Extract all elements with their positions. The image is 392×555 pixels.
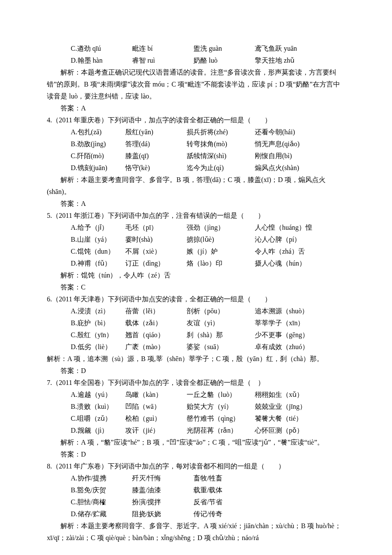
options-group: A.给予（jǐ） 毛坯（pī） 强劲（jìng） 人心惶（huáng）惶 B.山… [47,222,345,269]
option-row: A.协作/提携 歼灭/忏悔 畜牧/牲畜 [71,472,345,484]
option-col-b: 霎时(shà) [125,234,187,246]
option-col-b: 凹陷（wā） [125,401,187,413]
option-c: C.阡陌(mò) [71,150,125,162]
question-4-lead: 4.（2011 年重庆卷）下列词语中，加点字的读音全都正确的一组是（ ） [47,114,345,126]
option-b: B.豁免/庆贺 [71,484,132,496]
option-col-c: 一丘之貉（luò） [187,389,255,401]
option-c: C.胆怯/商榷 [71,496,132,508]
option-row: D.低劣（liè） 广袤（mào） 婆娑（suā） 卓有成效（zhuó） [71,341,345,353]
option-col-c: 强劲（jìng） [187,222,255,234]
option-row: C.阡陌(mò) 膝盖(qī) 舐犊情深(shì) 刚愎自用(bì) [71,150,345,162]
option-col-b: 订正（dìng） [125,257,187,269]
option-col-b: 膝盖(qī) [125,150,187,162]
option-c: C.咀嚼（zǔ） [71,413,125,425]
option-col-d: 追本溯源（shuò） [255,305,308,317]
option-col-b: 鸟瞰（kàn） [125,389,187,401]
option-row: A.浸渍（zì） 蓓蕾（lěi） 剖析（pōu） 追本溯源（shuò） [71,305,345,317]
option-col-d: 心怀叵测（pǒ） [255,425,303,436]
option-row: D.觊觎（jì） 攻讦（jié） 光阴荏苒（rǎn） 心怀叵测（pǒ） [71,425,345,436]
option-row: B.溃败（kuì） 凹陷（wā） 贻笑大方（yí） 兢兢业业（jīng） [71,401,345,413]
option-c: C.遒劲 qīú [71,43,132,55]
option-col-c: 舐犊情深(shì) [187,150,255,162]
options-group: C.遒劲 qīú 毗连 bí 盥洗 guàn 鸢飞鱼跃 yuān D.翰墨 hà… [47,43,345,66]
option-row: B.豁免/庆贺 膝盖/油漆 载重/载体 [71,484,345,496]
option-d: D.储存/贮藏 [71,508,132,520]
option-col-b: 毛坯（pī） [125,222,187,234]
option-col-d: 栩栩如生（xǔ） [255,389,303,401]
option-col-d: 刚愎自用(bì) [255,150,292,162]
answer: 答案：A [47,102,345,114]
option-col-d: 饕餮大餐（tié） [255,413,303,425]
answer: 答案：A [47,198,345,210]
option-col-d: 兢兢业业（jīng） [255,401,306,413]
option-col-c: 迄今为止(qì) [187,162,255,174]
option-c: C.馄饨（dun） [71,246,125,257]
option-row: D.神甫（fǔ） 订正（dìng） 烙（lào）印 摄人心魂（hún） [71,257,345,269]
option-row: B.庇护（bì） 载体（zǎi） 友谊（yì） 莘莘学子（xīn） [71,317,345,329]
explanation: 解析：本题主要考查同音字、多音字。B 项，答理(dā)；C 项，膝盖(xī)；D… [47,174,345,198]
option-col-c: 传记/传奇 [193,508,222,520]
option-col-c: 奶酪 luò [193,55,255,66]
option-row: B.山崖（yá） 霎时(shà) 掳掠(lǔè) 沁人心脾（pí） [71,234,345,246]
option-b: B.庇护（bì） [71,317,125,329]
option-col-d: 摄人心魂（hún） [255,257,306,269]
option-col-c: 反省/节省 [193,496,222,508]
option-col-d: 少不更事（gēng） [255,329,309,341]
option-a: A.浸渍（zì） [71,305,125,317]
option-b: B.溃败（kuì） [71,401,125,413]
option-col-c: 婆娑（suā） [187,341,255,353]
option-row: A.逾越（yú） 鸟瞰（kàn） 一丘之貉（luò） 栩栩如生（xǔ） [71,389,345,401]
option-col-b: 毗连 bí [132,43,193,55]
option-row: D.翰墨 hàn 睿智 ruì 奶酪 luò 擎天拄地 zhǔ [71,55,345,66]
option-col-c: 刹（shà）那 [187,329,255,341]
option-a: A.逾越（yú） [71,389,125,401]
answer: 答案：C [47,281,345,293]
options-group: A.浸渍（zì） 蓓蕾（lěi） 剖析（pōu） 追本溯源（shuò） B.庇护… [47,305,345,353]
option-col-b: 歼灭/忏悔 [132,472,193,484]
option-col-c: 烙（lào）印 [187,257,255,269]
option-row: C.遒劲 qīú 毗连 bí 盥洗 guàn 鸢飞鱼跃 yuān [71,43,345,55]
option-col-d: 还看今朝(hái) [255,126,295,138]
option-row: D.储存/贮藏 阻挠/妖娆 传记/传奇 [71,508,345,520]
option-col-c: 嫉（jí）妒 [187,246,255,257]
option-d: D.觊觎（jì） [71,425,125,436]
option-col-d: 令人咋（zhá）舌 [255,246,305,257]
option-row: A.包扎(zā) 殷红(yān) 损兵折将(zhé) 还看今朝(hái) [71,126,345,138]
option-row: C.咀嚼（zǔ） 桧柏（guì） 罄竹难书（qìng） 饕餮大餐（tié） [71,413,345,425]
option-col-c: 盥洗 guàn [193,43,255,55]
options-group: A.协作/提携 歼灭/忏悔 畜牧/牲畜 B.豁免/庆贺 膝盖/油漆 载重/载体 … [47,472,345,520]
option-d: D.镌刻(juān) [71,162,125,174]
option-a: A.协作/提携 [71,472,132,484]
option-col-c: 友谊（yì） [187,317,255,329]
option-col-b: 翘首（qiáo） [125,329,187,341]
option-col-b: 蓓蕾（lěi） [125,305,187,317]
question-6-lead: 6.（2011 年天津卷）下列词语中加点安的读音，全都正确的一组是（ ） [47,293,345,305]
option-col-d: 人心惶（huáng）惶 [255,222,312,234]
option-col-b: 载体（zǎi） [125,317,187,329]
option-col-c: 畜牧/牲畜 [193,472,222,484]
option-d: D.翰墨 hàn [71,55,132,66]
option-col-b: 殷红(yān) [125,126,187,138]
explanation: 解析：馄饨（tún），令人咋（zé）舌 [47,269,345,281]
explanation: 解析：A 项，追本溯（sù）源，B 项,莘（shēn）莘学子；C 项，殷（yān… [47,353,345,365]
option-col-d: 卓有成效（zhuó） [255,341,309,353]
option-col-b: 扮演/搅拌 [132,496,193,508]
option-col-b: 膝盖/油漆 [132,484,193,496]
option-col-b: 桧柏（guì） [125,413,187,425]
option-col-c: 掳掠(lǔè) [187,234,255,246]
option-col-b: 不屑（xiè） [125,246,187,257]
option-c: C.殷红（yīn） [71,329,125,341]
option-col-d: 鸢飞鱼跃 yuān [255,43,297,55]
option-col-d: 莘莘学子（xīn） [255,317,304,329]
option-col-d: 沁人心脾（pí） [255,234,301,246]
option-col-b: 睿智 ruì [132,55,193,66]
option-d: D.神甫（fǔ） [71,257,125,269]
option-col-c: 贻笑大方（yí） [187,401,255,413]
option-b: B.劲敌(jìng) [71,138,125,150]
option-col-d: 擎天拄地 zhǔ [255,55,294,66]
option-col-d: 煽风点火(shàn) [255,162,299,174]
option-col-c: 罄竹难书（qìng） [187,413,255,425]
option-row: A.给予（jǐ） 毛坯（pī） 强劲（jìng） 人心惶（huáng）惶 [71,222,345,234]
option-row: B.劲敌(jìng) 答理(dá) 转弯抹角(mò) 悄无声息(qiǎo) [71,138,345,150]
document-page: C.遒劲 qīú 毗连 bí 盥洗 guàn 鸢飞鱼跃 yuān D.翰墨 hà… [0,0,392,555]
